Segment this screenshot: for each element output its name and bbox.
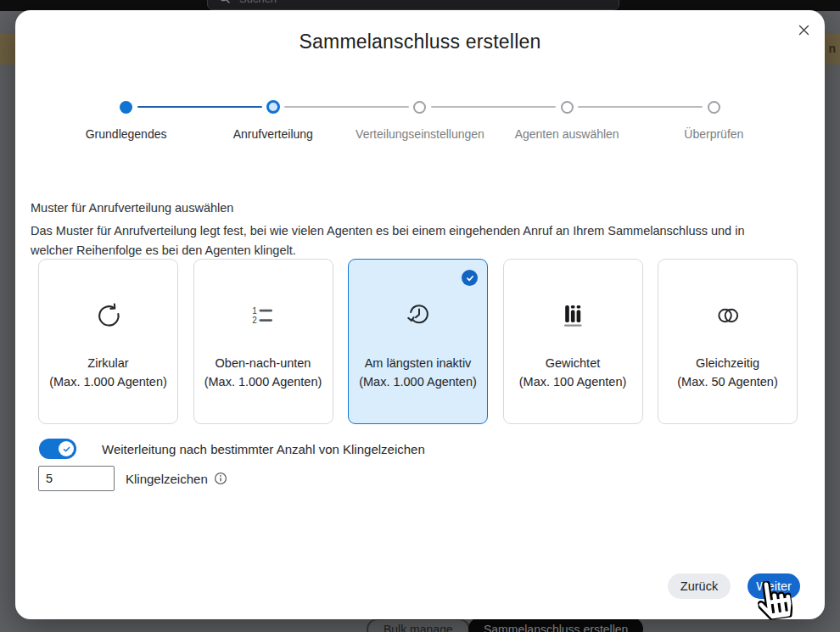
- circular-arrow-icon: [39, 300, 177, 331]
- card-oben-nach-unten[interactable]: 1 2 Oben-nach-unten (Max. 1.000 Agenten): [193, 259, 333, 424]
- hand-cursor-icon: [755, 578, 795, 624]
- stepper: Grundlegendes Anrufverteilung Verteilung…: [53, 100, 787, 153]
- bulk-manage-button[interactable]: Bulk manage: [367, 618, 470, 632]
- card-max: (Max. 1.000 Agenten): [197, 373, 330, 392]
- stepper-connector: [137, 106, 262, 109]
- stepper-connector: [578, 106, 703, 109]
- card-zirkular[interactable]: Zirkular (Max. 1.000 Agenten): [38, 259, 178, 424]
- weighted-bars-icon: [504, 300, 642, 331]
- numbered-list-icon: 1 2: [194, 300, 333, 331]
- card-max: (Max. 1.000 Agenten): [351, 373, 484, 392]
- card-title: Oben-nach-unten: [197, 355, 330, 373]
- info-icon[interactable]: [214, 472, 227, 485]
- stepper-connector: [284, 106, 409, 109]
- search-input[interactable]: Suchen: [207, 0, 619, 10]
- card-title: Zirkular: [42, 355, 175, 373]
- clock-history-icon: [349, 300, 487, 331]
- step-circle-upcoming: [561, 101, 574, 114]
- rings-count-input[interactable]: [38, 466, 115, 491]
- search-placeholder: Suchen: [239, 0, 277, 5]
- stepper-connector: [431, 106, 556, 109]
- card-title: Am längsten inaktiv: [351, 355, 484, 373]
- step-circle-completed: [120, 101, 132, 114]
- toggle-check-icon: [59, 441, 74, 456]
- step-label: Überprüfen: [684, 127, 743, 141]
- section-heading: Muster für Anrufverteilung auswählen: [31, 199, 779, 218]
- forwarding-toggle[interactable]: [39, 439, 76, 459]
- step-circle-upcoming: [708, 101, 720, 114]
- svg-text:1: 1: [252, 306, 257, 316]
- step-label: Anrufverteilung: [233, 127, 313, 141]
- card-am-laengsten-inaktiv[interactable]: Am längsten inaktiv (Max. 1.000 Agenten): [348, 259, 488, 424]
- section-description: Das Muster für Anrufverteilung legt fest…: [31, 221, 779, 260]
- search-icon: [218, 0, 231, 7]
- back-button[interactable]: Zurück: [668, 573, 731, 599]
- forwarding-toggle-label: Weiterleitung nach bestimmter Anzahl von…: [102, 442, 425, 456]
- rings-count-label: Klingelzeichen: [126, 472, 208, 486]
- selected-check-icon: [462, 270, 478, 286]
- screen: n n Suchen Bulk manage Sammelanschluss e…: [0, 0, 840, 632]
- card-gewichtet[interactable]: Gewichtet (Max. 100 Agenten): [503, 259, 643, 424]
- create-hunt-group-modal: Sammelanschluss erstellen Grundlegendes …: [15, 10, 825, 619]
- card-gleichzeitig[interactable]: Gleichzeitig (Max. 50 Agenten): [658, 259, 798, 424]
- card-max: (Max. 1.000 Agenten): [42, 373, 175, 392]
- card-title: Gleichzeitig: [661, 355, 794, 373]
- card-max: (Max. 100 Agenten): [507, 373, 640, 392]
- step-label: Grundlegendes: [86, 127, 167, 141]
- create-hunt-group-button[interactable]: Sammelanschluss erstellen: [468, 618, 643, 632]
- step-label: Verteilungseinstellungen: [356, 127, 484, 141]
- distribution-pattern-cards: Zirkular (Max. 1.000 Agenten) 1 2 Oben-n…: [38, 259, 798, 424]
- modal-title: Sammelanschluss erstellen: [15, 31, 825, 53]
- card-title: Gewichtet: [507, 355, 640, 373]
- section-text: Muster für Anrufverteilung auswählen Das…: [31, 199, 779, 260]
- step-circle-active: [266, 100, 280, 114]
- svg-text:2: 2: [252, 316, 257, 325]
- card-max: (Max. 50 Agenten): [661, 373, 794, 392]
- overlapping-circles-icon: [658, 300, 797, 331]
- step-circle-upcoming: [413, 101, 426, 114]
- step-label: Agenten auswählen: [515, 127, 619, 141]
